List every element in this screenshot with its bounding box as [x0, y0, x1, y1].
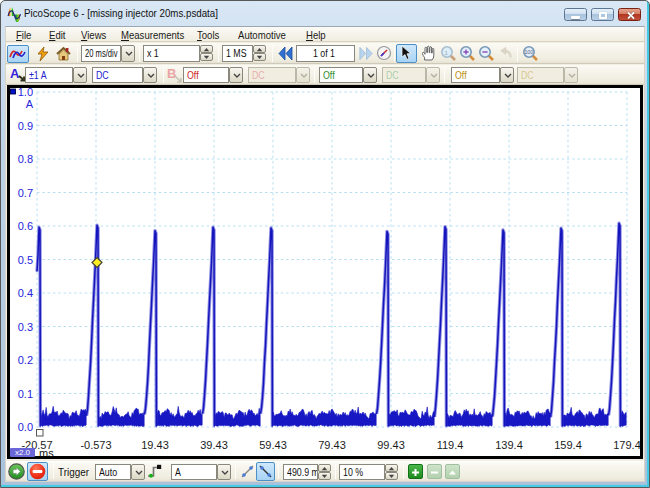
svg-text:100: 100	[525, 49, 534, 55]
